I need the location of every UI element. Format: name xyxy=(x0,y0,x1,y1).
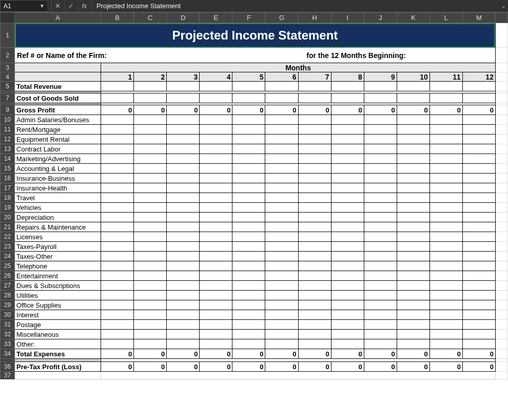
cell[interactable] xyxy=(364,183,397,193)
row-header[interactable]: 14 xyxy=(1,154,15,164)
cell[interactable]: 0 xyxy=(397,105,429,115)
cell[interactable] xyxy=(364,82,397,91)
month-col[interactable]: 1 xyxy=(101,72,134,82)
cell[interactable] xyxy=(134,242,167,252)
cell[interactable] xyxy=(167,115,200,125)
month-col[interactable]: 2 xyxy=(134,72,167,82)
cell[interactable] xyxy=(495,23,507,48)
column-header[interactable]: A xyxy=(15,13,101,23)
cell[interactable] xyxy=(298,320,331,330)
total-expenses-label[interactable]: Total Expenses xyxy=(15,349,101,359)
cell[interactable] xyxy=(134,281,167,291)
cell[interactable]: 0 xyxy=(331,105,364,115)
row-header[interactable]: 1 xyxy=(1,23,15,48)
cell[interactable]: 0 xyxy=(364,362,397,372)
cell[interactable] xyxy=(397,252,429,261)
cell[interactable] xyxy=(331,174,364,183)
column-header[interactable]: E xyxy=(200,13,232,23)
cell[interactable] xyxy=(298,174,331,183)
cell[interactable]: 0 xyxy=(134,362,167,372)
cell[interactable] xyxy=(200,252,232,261)
cell[interactable] xyxy=(495,105,507,115)
cell[interactable] xyxy=(298,93,331,103)
cell[interactable] xyxy=(265,135,298,144)
cell[interactable]: 0 xyxy=(200,349,232,359)
expense-label[interactable]: Insurance-Business xyxy=(15,174,101,183)
cell[interactable] xyxy=(495,372,507,379)
cell[interactable] xyxy=(134,213,167,222)
cell[interactable] xyxy=(495,63,507,72)
cell[interactable] xyxy=(265,174,298,183)
cell[interactable] xyxy=(134,310,167,320)
cell[interactable] xyxy=(429,82,462,91)
cell[interactable] xyxy=(331,82,364,91)
months-header[interactable]: Months xyxy=(101,63,496,72)
cell[interactable] xyxy=(101,154,134,164)
cell[interactable] xyxy=(232,330,265,339)
expense-label[interactable]: Rent/Mortgage xyxy=(15,125,101,135)
cell[interactable] xyxy=(298,125,331,135)
cell[interactable] xyxy=(331,252,364,261)
cell[interactable]: 0 xyxy=(167,362,200,372)
cell[interactable] xyxy=(298,164,331,174)
cell[interactable] xyxy=(364,193,397,203)
cell[interactable] xyxy=(462,164,495,174)
cell[interactable] xyxy=(232,164,265,174)
cell[interactable] xyxy=(462,252,495,261)
cell[interactable] xyxy=(200,93,232,103)
cell[interactable] xyxy=(265,339,298,349)
cell[interactable] xyxy=(298,203,331,213)
cell[interactable] xyxy=(364,242,397,252)
cell[interactable] xyxy=(101,115,134,125)
cell[interactable] xyxy=(364,115,397,125)
cell[interactable] xyxy=(101,320,134,330)
cell[interactable] xyxy=(429,193,462,203)
expense-label[interactable]: Insurance-Health xyxy=(15,183,101,193)
title-cell[interactable]: Projected Income Statement xyxy=(15,23,496,48)
cell[interactable]: 0 xyxy=(134,105,167,115)
cell[interactable] xyxy=(101,232,134,242)
cell[interactable] xyxy=(167,330,200,339)
cell[interactable] xyxy=(397,242,429,252)
cell[interactable] xyxy=(167,271,200,281)
cell[interactable] xyxy=(298,261,331,271)
cell[interactable]: 0 xyxy=(265,105,298,115)
cell[interactable] xyxy=(167,82,200,91)
cell[interactable] xyxy=(298,213,331,222)
cell[interactable] xyxy=(134,291,167,300)
pretax-profit-label[interactable]: Pre-Tax Profit (Loss) xyxy=(15,362,101,372)
cell[interactable] xyxy=(134,183,167,193)
cell[interactable] xyxy=(364,154,397,164)
cell[interactable] xyxy=(134,164,167,174)
cell[interactable] xyxy=(298,242,331,252)
cell[interactable] xyxy=(462,222,495,232)
expense-label[interactable]: Taxes-Other xyxy=(15,252,101,261)
cell[interactable] xyxy=(200,203,232,213)
cell[interactable]: 0 xyxy=(167,349,200,359)
cell[interactable]: 0 xyxy=(462,362,495,372)
cell[interactable] xyxy=(397,271,429,281)
cell[interactable] xyxy=(495,144,507,154)
cell[interactable]: 0 xyxy=(232,105,265,115)
cell[interactable] xyxy=(101,93,134,103)
cell[interactable] xyxy=(167,252,200,261)
cell[interactable]: 0 xyxy=(429,349,462,359)
cell[interactable] xyxy=(265,320,298,330)
cell[interactable] xyxy=(232,135,265,144)
cell[interactable] xyxy=(364,125,397,135)
cell[interactable]: 0 xyxy=(462,105,495,115)
cell[interactable] xyxy=(364,320,397,330)
cell[interactable] xyxy=(134,154,167,164)
cell[interactable] xyxy=(495,310,507,320)
cell[interactable] xyxy=(331,242,364,252)
expense-label[interactable]: Marketing/Advertising xyxy=(15,154,101,164)
cell[interactable] xyxy=(429,232,462,242)
cell[interactable] xyxy=(495,82,507,91)
cell[interactable] xyxy=(429,261,462,271)
cell[interactable] xyxy=(462,271,495,281)
cell[interactable] xyxy=(167,164,200,174)
cell[interactable] xyxy=(101,213,134,222)
cell[interactable] xyxy=(429,281,462,291)
cell[interactable] xyxy=(495,154,507,164)
cell[interactable] xyxy=(364,271,397,281)
